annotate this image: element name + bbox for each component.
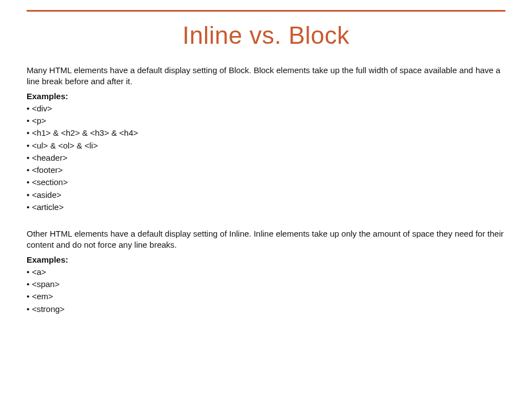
- list-item: <ul> & <ol> & <li>: [27, 140, 505, 151]
- slide-title: Inline vs. Block: [27, 22, 505, 49]
- list-item: <footer>: [27, 165, 505, 176]
- divider: [27, 10, 505, 12]
- slide: Inline vs. Block Many HTML elements have…: [0, 10, 532, 399]
- list-item: <h1> & <h2> & <h3> & <h4>: [27, 127, 505, 139]
- block-intro: Many HTML elements have a default displa…: [27, 65, 505, 88]
- list-item: <a>: [27, 267, 505, 278]
- inline-examples-list: <a> <span> <em> <strong>: [27, 267, 505, 315]
- inline-examples-label: Examples:: [27, 254, 505, 265]
- spacer: [27, 222, 505, 228]
- list-item: <div>: [27, 103, 505, 114]
- block-examples-list: <div> <p> <h1> & <h2> & <h3> & <h4> <ul>…: [27, 103, 505, 213]
- inline-intro: Other HTML elements have a default displ…: [27, 228, 505, 251]
- list-item: <article>: [27, 202, 505, 213]
- slide-body: Many HTML elements have a default displa…: [27, 65, 505, 315]
- block-examples-label: Examples:: [27, 91, 505, 102]
- list-item: <aside>: [27, 190, 505, 201]
- list-item: <em>: [27, 291, 505, 302]
- list-item: <span>: [27, 279, 505, 290]
- list-item: <section>: [27, 177, 505, 188]
- list-item: <strong>: [27, 304, 505, 315]
- list-item: <header>: [27, 152, 505, 163]
- list-item: <p>: [27, 115, 505, 126]
